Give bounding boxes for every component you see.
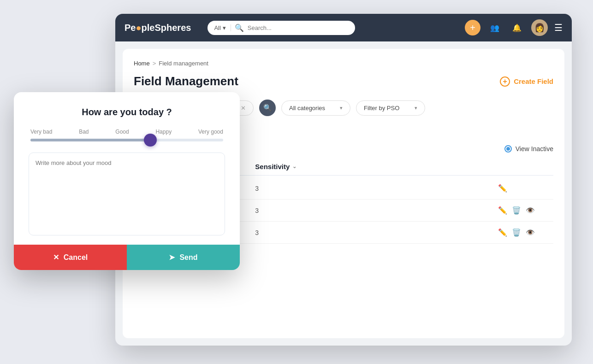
th-sensitivity[interactable]: Sensitivity ⌄ xyxy=(255,163,376,170)
mood-modal: How are you today ? Very bad Bad Good Ha… xyxy=(14,92,240,270)
cancel-icon: ✕ xyxy=(53,253,59,262)
td-actions: ✏️ 🗑️ 👁️ xyxy=(498,228,553,237)
breadcrumb-separator: > xyxy=(153,60,156,67)
mood-label-good: Good xyxy=(115,129,129,135)
users-icon[interactable]: 👥 xyxy=(487,20,503,35)
nav-icons: + 👥 🔔 👩 ☰ xyxy=(465,19,563,36)
modal-footer: ✕ Cancel ➤ Send xyxy=(14,245,240,270)
cancel-label: Cancel xyxy=(64,253,88,262)
td-actions: ✏️ xyxy=(498,184,553,193)
send-label: Send xyxy=(179,253,197,262)
page-header: Field Management + Create Field xyxy=(134,74,553,88)
create-field-plus-icon: + xyxy=(500,76,510,87)
top-nav: Pe●pleSpheres All ▾ 🔍 + 👥 🔔 👩 ☰ xyxy=(115,14,572,41)
view-icon[interactable]: 👁️ xyxy=(526,228,535,237)
td-sensitivity: 3 xyxy=(255,185,376,192)
all-categories-dropdown[interactable]: All categories ▾ xyxy=(281,100,350,116)
view-inactive-label: View Inactive xyxy=(516,145,553,153)
mood-label-happy: Happy xyxy=(155,129,172,135)
create-field-button[interactable]: + Create Field xyxy=(500,76,553,87)
search-icon: 🔍 xyxy=(235,23,244,32)
edit-icon[interactable]: ✏️ xyxy=(498,184,507,193)
search-button[interactable]: 🔍 xyxy=(259,100,276,116)
radio-inner xyxy=(506,147,510,151)
all-label: All xyxy=(214,24,220,31)
hamburger-icon[interactable]: ☰ xyxy=(554,22,563,33)
td-sensitivity: 3 xyxy=(255,229,376,236)
bell-icon[interactable]: 🔔 xyxy=(509,20,525,35)
slider-thumb[interactable] xyxy=(144,134,157,147)
send-icon: ➤ xyxy=(169,253,175,262)
filter-by-pso-label: Filter by PSO xyxy=(364,105,399,112)
cancel-button[interactable]: ✕ Cancel xyxy=(14,245,127,270)
slider-fill xyxy=(30,139,150,141)
chevron-down-icon: ▾ xyxy=(340,105,343,111)
breadcrumb-home[interactable]: Home xyxy=(134,60,150,67)
page-title: Field Management xyxy=(134,74,238,88)
search-input[interactable] xyxy=(248,24,349,31)
create-field-label: Create Field xyxy=(514,77,553,85)
mood-slider-container[interactable] xyxy=(29,139,225,141)
delete-icon[interactable]: 🗑️ xyxy=(512,206,521,215)
avatar[interactable]: 👩 xyxy=(531,19,548,36)
close-icon[interactable]: ✕ xyxy=(241,105,246,112)
add-button[interactable]: + xyxy=(465,20,480,35)
chevron-down-icon: ▾ xyxy=(415,105,417,111)
all-dropdown[interactable]: All ▾ xyxy=(214,24,231,31)
edit-icon[interactable]: ✏️ xyxy=(498,228,507,237)
mood-label-very-good: Very good xyxy=(198,129,223,135)
td-actions: ✏️ 🗑️ 👁️ xyxy=(498,206,553,215)
search-icon: 🔍 xyxy=(263,104,272,112)
td-sensitivity: 3 xyxy=(255,207,376,214)
mood-modal-title: How are you today ? xyxy=(29,107,225,117)
mood-label-bad: Bad xyxy=(79,129,89,135)
mood-label-very-bad: Very bad xyxy=(30,129,52,135)
all-categories-label: All categories xyxy=(289,105,325,112)
view-inactive-radio[interactable] xyxy=(504,145,512,153)
breadcrumb-current: Field management xyxy=(159,60,208,67)
edit-icon[interactable]: ✏️ xyxy=(498,206,507,215)
search-bar[interactable]: All ▾ 🔍 xyxy=(208,21,355,35)
logo: Pe●pleSpheres xyxy=(125,23,191,33)
chevron-down-icon: ▾ xyxy=(223,24,226,31)
filter-by-pso-dropdown[interactable]: Filter by PSO ▾ xyxy=(356,100,425,116)
delete-icon[interactable]: 🗑️ xyxy=(512,228,521,237)
breadcrumb: Home > Field management xyxy=(134,60,553,67)
view-icon[interactable]: 👁️ xyxy=(526,206,535,215)
slider-track xyxy=(30,139,223,141)
th-actions xyxy=(498,163,553,170)
sort-icon: ⌄ xyxy=(292,164,296,170)
th-empty xyxy=(377,163,498,170)
mood-labels: Very bad Bad Good Happy Very good xyxy=(29,129,225,135)
mood-textarea[interactable] xyxy=(29,153,225,235)
send-button[interactable]: ➤ Send xyxy=(127,245,240,270)
